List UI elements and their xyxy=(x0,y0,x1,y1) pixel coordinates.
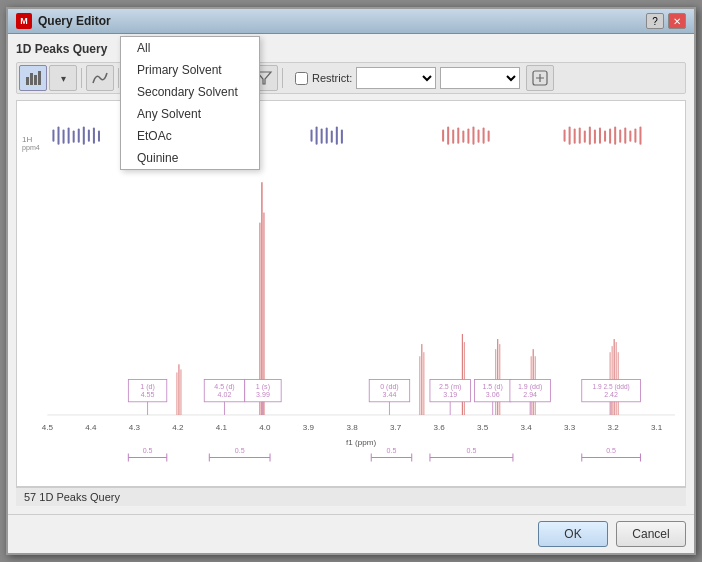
svg-rect-64 xyxy=(316,127,318,145)
svg-rect-2 xyxy=(34,75,37,85)
chart-area[interactable]: 1H ppm4 4.5 4.4 4.3 4.2 4.1 4.0 3.9 3.8 … xyxy=(16,100,686,487)
status-bar: 57 1D Peaks Query xyxy=(16,487,686,506)
svg-rect-76 xyxy=(472,127,474,145)
svg-rect-93 xyxy=(629,131,631,142)
svg-text:3.19: 3.19 xyxy=(443,391,457,399)
svg-rect-83 xyxy=(579,128,581,144)
window-title: Query Editor xyxy=(38,14,111,28)
bar-chart-icon xyxy=(24,69,42,87)
svg-text:2.42: 2.42 xyxy=(604,391,618,399)
svg-rect-67 xyxy=(331,131,333,143)
svg-rect-78 xyxy=(483,128,485,144)
restrict-label: Restrict: xyxy=(312,72,352,84)
dropdown-item-any-solvent[interactable]: Any Solvent xyxy=(121,103,259,125)
svg-text:4.3: 4.3 xyxy=(129,423,141,432)
svg-text:3.8: 3.8 xyxy=(346,423,358,432)
dropdown-item-secondary-solvent[interactable]: Secondary Solvent xyxy=(121,81,259,103)
svg-text:4.55: 4.55 xyxy=(141,391,155,399)
svg-text:2.94: 2.94 xyxy=(523,391,537,399)
svg-text:4.0: 4.0 xyxy=(259,423,271,432)
bar-chart-button[interactable] xyxy=(19,65,47,91)
svg-rect-92 xyxy=(624,128,626,144)
svg-text:1.9 2.5 (ddd): 1.9 2.5 (ddd) xyxy=(593,383,630,391)
svg-rect-1 xyxy=(30,73,33,85)
query-editor-window: M Query Editor ? ✕ 1D Peaks Query ▾ xyxy=(6,7,696,555)
svg-text:3.2: 3.2 xyxy=(608,423,620,432)
svg-text:1 (d): 1 (d) xyxy=(140,383,155,391)
svg-rect-75 xyxy=(467,129,469,144)
svg-rect-69 xyxy=(341,130,343,144)
svg-rect-0 xyxy=(26,77,29,85)
svg-rect-55 xyxy=(63,130,65,144)
main-content: 1D Peaks Query ▾ xyxy=(8,34,694,514)
svg-text:1.9 (dd): 1.9 (dd) xyxy=(518,383,542,391)
svg-rect-73 xyxy=(457,128,459,144)
svg-text:0.5: 0.5 xyxy=(387,447,397,455)
svg-text:3.4: 3.4 xyxy=(520,423,532,432)
svg-text:3.99: 3.99 xyxy=(256,391,270,399)
curve-icon xyxy=(91,69,109,87)
dropdown-arrow-button[interactable]: ▾ xyxy=(49,65,77,91)
cancel-button[interactable]: Cancel xyxy=(616,521,686,547)
svg-rect-87 xyxy=(599,128,601,144)
svg-rect-84 xyxy=(584,131,586,143)
restrict-select-1[interactable] xyxy=(356,67,436,89)
svg-text:0.5: 0.5 xyxy=(235,447,245,455)
dropdown-item-all[interactable]: All xyxy=(121,37,259,59)
svg-rect-90 xyxy=(614,127,616,145)
svg-text:0.5: 0.5 xyxy=(606,447,616,455)
svg-text:1H: 1H xyxy=(22,135,32,144)
svg-text:2.5 (m): 2.5 (m) xyxy=(439,383,461,391)
svg-rect-79 xyxy=(488,131,490,142)
svg-rect-3 xyxy=(38,71,41,85)
svg-rect-70 xyxy=(442,130,444,142)
svg-text:3.3: 3.3 xyxy=(564,423,576,432)
dropdown-menu: All Primary Solvent Secondary Solvent An… xyxy=(120,36,260,170)
restrict-select-2[interactable] xyxy=(440,67,520,89)
title-bar: M Query Editor ? ✕ xyxy=(8,9,694,34)
svg-text:3.6: 3.6 xyxy=(433,423,445,432)
svg-rect-61 xyxy=(93,128,95,144)
curve-button[interactable] xyxy=(86,65,114,91)
svg-text:0.5: 0.5 xyxy=(143,447,153,455)
svg-rect-65 xyxy=(321,129,323,144)
svg-text:3.44: 3.44 xyxy=(383,391,397,399)
svg-rect-71 xyxy=(447,127,449,145)
svg-text:ppm4: ppm4 xyxy=(22,144,40,152)
svg-text:1.5 (d): 1.5 (d) xyxy=(482,383,502,391)
svg-text:4.2: 4.2 xyxy=(172,423,184,432)
restrict-checkbox[interactable] xyxy=(295,72,308,85)
svg-rect-56 xyxy=(68,128,70,144)
svg-rect-57 xyxy=(73,131,75,143)
svg-rect-53 xyxy=(52,130,54,142)
svg-text:4.5 (d): 4.5 (d) xyxy=(214,383,234,391)
ok-button[interactable]: OK xyxy=(538,521,608,547)
dropdown-item-primary-solvent[interactable]: Primary Solvent xyxy=(121,59,259,81)
separator-4 xyxy=(282,68,283,88)
svg-rect-60 xyxy=(88,130,90,142)
svg-text:f1 (ppm): f1 (ppm) xyxy=(346,438,376,447)
svg-rect-91 xyxy=(619,130,621,143)
svg-text:3.7: 3.7 xyxy=(390,423,402,432)
svg-rect-59 xyxy=(83,127,85,145)
separator-1 xyxy=(81,68,82,88)
svg-text:0 (dd): 0 (dd) xyxy=(380,383,399,391)
dropdown-item-etoac[interactable]: EtOAc xyxy=(121,125,259,147)
toolbar: ▾ xyxy=(16,62,686,94)
svg-rect-86 xyxy=(594,130,596,144)
close-button[interactable]: ✕ xyxy=(668,13,686,29)
svg-rect-81 xyxy=(569,127,571,145)
extra-icon xyxy=(531,69,549,87)
svg-rect-94 xyxy=(634,129,636,143)
svg-rect-85 xyxy=(589,127,591,145)
svg-rect-63 xyxy=(311,130,313,142)
title-bar-left: M Query Editor xyxy=(16,13,111,29)
help-button[interactable]: ? xyxy=(646,13,664,29)
dropdown-item-quinine[interactable]: Quinine xyxy=(121,147,259,169)
svg-rect-66 xyxy=(326,128,328,144)
extra-button[interactable] xyxy=(526,65,554,91)
separator-2 xyxy=(118,68,119,88)
svg-text:4.1: 4.1 xyxy=(216,423,228,432)
svg-rect-54 xyxy=(57,127,59,145)
svg-rect-74 xyxy=(462,131,464,143)
